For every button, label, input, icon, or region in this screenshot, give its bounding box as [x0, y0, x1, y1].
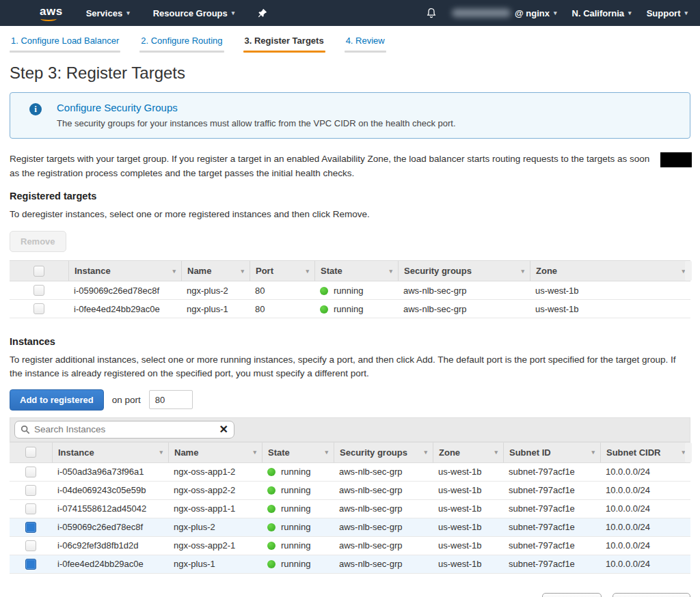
step-underline	[10, 51, 120, 53]
column-header-subnet-id[interactable]: Subnet ID▾	[503, 443, 600, 462]
sort-icon[interactable]: ▾	[587, 449, 595, 456]
sort-icon[interactable]: ▾	[321, 449, 328, 456]
column-header-security-groups[interactable]: Security groups▾	[398, 261, 530, 281]
column-header-instance[interactable]: Instance▾	[68, 261, 181, 281]
cell-state: running	[314, 286, 398, 296]
cell-instance: i-0741558612ad45042	[52, 503, 168, 514]
cell-subnet-cidr: 10.0.0.0/24	[600, 540, 690, 551]
sort-icon[interactable]: ▾	[490, 449, 498, 456]
sort-icon[interactable]: ▾	[385, 268, 392, 275]
row-checkbox-checked[interactable]	[25, 559, 36, 570]
row-checkbox[interactable]	[25, 503, 36, 514]
row-checkbox-checked[interactable]	[25, 522, 36, 533]
column-header-state[interactable]: State▾	[314, 261, 398, 281]
cell-name: ngx-oss-app2-1	[168, 540, 262, 551]
registered-targets-table: Instance▾ Name▾ Port▾ State▾ Security gr…	[10, 260, 690, 318]
search-instances-input[interactable]	[34, 424, 215, 434]
row-checkbox[interactable]	[25, 485, 36, 496]
cell-name: ngx-plus-2	[181, 286, 250, 296]
table-scrollbar[interactable]	[685, 261, 692, 281]
registered-targets-heading: Registered targets	[10, 191, 690, 202]
running-status-icon	[267, 486, 275, 495]
wizard-steps: 1. Configure Load Balancer 2. Configure …	[10, 36, 690, 53]
cell-state: running	[262, 503, 334, 514]
sort-icon[interactable]: ▾	[249, 449, 256, 456]
nav-services[interactable]: Services ▾	[86, 8, 130, 18]
sort-icon[interactable]: ▾	[237, 268, 244, 275]
sort-icon[interactable]: ▾	[677, 268, 685, 275]
table-row[interactable]: i-059069c26ed78ec8f ngx-plus-2 80 runnin…	[10, 281, 690, 300]
row-checkbox[interactable]	[33, 303, 44, 314]
top-nav: aws Services ▾ Resource Groups ▾ @ nginx…	[0, 0, 700, 26]
step-configure-routing[interactable]: 2. Configure Routing	[139, 36, 224, 53]
info-box-body: The security groups for your instances m…	[57, 118, 456, 128]
table-row[interactable]: i-0741558612ad45042 ngx-oss-app1-1 runni…	[10, 500, 690, 518]
nav-account-menu[interactable]: @ nginx ▾	[452, 8, 556, 18]
step-register-targets[interactable]: 3. Register Targets	[243, 36, 325, 53]
row-checkbox[interactable]	[33, 285, 44, 296]
previous-button[interactable]: Previous	[542, 593, 602, 597]
column-header-subnet-cidr[interactable]: Subnet CIDR▾	[600, 443, 690, 462]
nav-region-selector[interactable]: N. California ▾	[572, 8, 632, 18]
registered-targets-help: To deregister instances, select one or m…	[10, 208, 690, 221]
table-row-selected[interactable]: i-0fee4ed24bb29ac0e ngx-plus-1 running a…	[10, 555, 690, 574]
nav-support-menu[interactable]: Support ▾	[647, 8, 688, 18]
step-underline	[345, 51, 386, 53]
cell-port: 80	[250, 286, 314, 296]
cell-security-groups: aws-nlb-sec-grp	[334, 522, 433, 532]
notifications-bell-icon[interactable]	[426, 8, 437, 18]
column-header-zone[interactable]: Zone▾	[530, 261, 690, 281]
running-status-icon	[267, 505, 275, 513]
step-configure-load-balancer[interactable]: 1. Configure Load Balancer	[10, 36, 120, 53]
cell-zone: us-west-1b	[530, 286, 690, 296]
cell-zone: us-west-1b	[433, 485, 503, 495]
sort-icon[interactable]: ▾	[517, 268, 524, 275]
pin-icon[interactable]	[258, 8, 267, 18]
cell-instance: i-04de069243c05e59b	[52, 485, 168, 495]
row-checkbox[interactable]	[25, 540, 36, 551]
clear-search-icon[interactable]: ✕	[219, 424, 228, 435]
on-port-label: on port	[112, 395, 141, 405]
step-review[interactable]: 4. Review	[345, 36, 386, 53]
info-icon: i	[29, 103, 42, 115]
sort-icon[interactable]: ▾	[420, 449, 427, 456]
aws-logo[interactable]: aws	[40, 5, 63, 21]
cell-security-groups: aws-nlb-sec-grp	[334, 540, 433, 551]
table-row[interactable]: i-050ad3a96a73f96a1 ngx-oss-app1-2 runni…	[10, 463, 690, 482]
column-header-name[interactable]: Name▾	[168, 443, 262, 462]
table-row[interactable]: i-0fee4ed24bb29ac0e ngx-plus-1 80 runnin…	[10, 300, 690, 318]
remove-button[interactable]: Remove	[10, 231, 66, 252]
running-status-icon	[267, 523, 275, 531]
cell-zone: us-west-1b	[433, 503, 503, 514]
sort-icon[interactable]: ▾	[301, 268, 309, 275]
intro-text: Register targets with your target group.…	[10, 152, 658, 181]
column-header-port[interactable]: Port▾	[250, 261, 314, 281]
table-row[interactable]: i-04de069243c05e59b ngx-oss-app2-2 runni…	[10, 482, 690, 500]
column-header-security-groups[interactable]: Security groups▾	[334, 443, 433, 462]
select-all-checkbox[interactable]	[25, 447, 36, 458]
cell-name: ngx-oss-app1-2	[168, 467, 262, 477]
column-header-instance[interactable]: Instance▾	[52, 443, 168, 462]
sort-icon[interactable]: ▾	[677, 449, 685, 456]
next-review-button[interactable]: Next: Review	[612, 593, 690, 597]
table-scrollbar[interactable]	[685, 443, 692, 462]
sort-icon[interactable]: ▾	[168, 268, 176, 275]
search-box[interactable]: ✕	[14, 421, 234, 439]
cell-name: ngx-oss-app1-1	[168, 503, 262, 514]
sort-icon[interactable]: ▾	[155, 449, 163, 456]
column-header-zone[interactable]: Zone▾	[433, 443, 503, 462]
cell-subnet-id: subnet-797acf1e	[503, 559, 600, 569]
table-row-selected[interactable]: i-059069c26ed78ec8f ngx-plus-2 running a…	[10, 518, 690, 537]
page-title: Step 3: Register Targets	[10, 64, 690, 83]
nav-resource-groups[interactable]: Resource Groups ▾	[153, 8, 235, 18]
table-row[interactable]: i-06c92fef3d8fb1d2d ngx-oss-app2-1 runni…	[10, 537, 690, 555]
row-checkbox[interactable]	[25, 467, 36, 477]
column-header-state[interactable]: State▾	[262, 443, 334, 462]
add-to-registered-button[interactable]: Add to registered	[10, 389, 104, 411]
search-strip: ✕	[10, 417, 690, 442]
cell-security-groups: aws-nlb-sec-grp	[334, 503, 433, 514]
cell-instance: i-059069c26ed78ec8f	[68, 286, 181, 296]
port-input[interactable]	[149, 390, 193, 409]
column-header-name[interactable]: Name▾	[181, 261, 250, 281]
select-all-checkbox[interactable]	[33, 266, 44, 277]
